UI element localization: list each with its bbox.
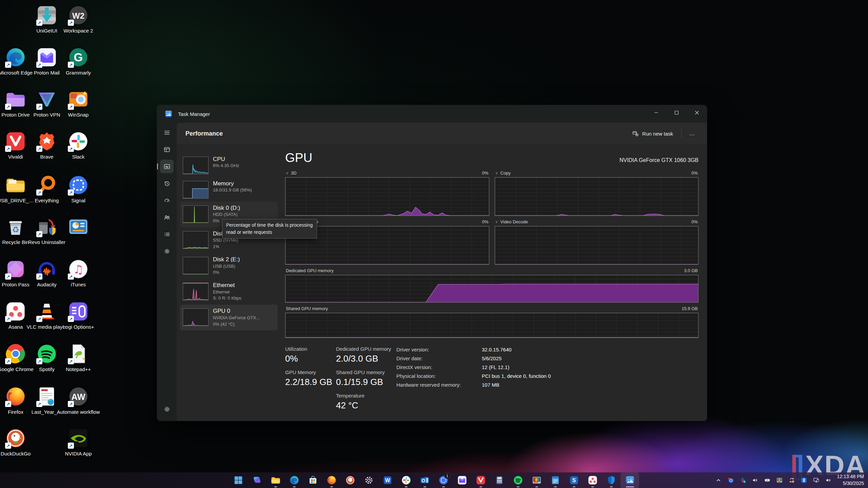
perf-item-disk2[interactable]: Disk 2 (E:)USB (USB)0% <box>180 253 278 279</box>
shortcut-arrow-icon: ↗ <box>68 62 74 68</box>
gpu-stat: GPU Memory2.2/18.9 GB <box>285 369 336 387</box>
taskbar-icon-vivaldi[interactable] <box>471 472 490 488</box>
taskbar-icon-irfanview[interactable] <box>527 472 546 488</box>
taskbar-icon-word[interactable]: W <box>378 472 397 488</box>
taskbar-icon-signal[interactable]: 1 <box>434 472 453 488</box>
gpu-info-label: Hardware reserved memory: <box>396 382 478 388</box>
perf-item-title: Disk 2 (E:) <box>213 256 240 263</box>
desktop-icon-label: Logi Options+ <box>53 324 104 330</box>
taskbar-icon-asana[interactable] <box>583 472 602 488</box>
taskbar-icon-duckduckgo[interactable] <box>341 472 359 488</box>
winsnap-icon: ↗ <box>67 88 89 110</box>
tray-icon-bluetooth[interactable] <box>798 472 810 488</box>
tray-icon-camo[interactable]: ∞ <box>761 472 773 488</box>
shared-memory-chart[interactable] <box>285 313 698 338</box>
desktop-icon-label: Slack <box>53 154 104 160</box>
taskbar-icon-snagit[interactable]: S <box>565 472 583 488</box>
tray-icon-irfanview-tray[interactable] <box>773 472 786 488</box>
more-options-button[interactable]: … <box>686 129 699 138</box>
perf-item-cpu[interactable]: CPU6% 4.35 GHz <box>180 153 278 177</box>
taskbar-icon-microsoft-store[interactable] <box>303 472 322 488</box>
desktop-icon-duckduckgo[interactable]: ↗DuckDuckGo <box>0 427 41 457</box>
gpu-chart-value: 0% <box>691 219 698 224</box>
gpu-chart-gpu-copy[interactable] <box>495 177 699 216</box>
rail-item-startup-apps[interactable] <box>160 194 174 207</box>
chevron-down-icon: ∨ <box>495 171 498 175</box>
maximize-button[interactable] <box>666 105 687 120</box>
gpu-chart-gpu-3d[interactable] <box>285 177 489 216</box>
taskbar-icon-start[interactable] <box>229 472 248 488</box>
perf-item-ethernet[interactable]: EthernetEthernetS: 0 R: 0 Kbps <box>180 279 278 305</box>
taskbar-icon-calculator[interactable] <box>490 472 509 488</box>
tray-icon-slack-tray[interactable] <box>737 472 749 488</box>
tray-icon-signal-tray[interactable] <box>725 472 737 488</box>
run-new-task-button[interactable]: Run new task <box>628 127 677 140</box>
taskbar-icon-slack[interactable] <box>397 472 415 488</box>
gpu-chart-video-decode[interactable] <box>495 226 699 265</box>
desktop-icon-slack[interactable]: ↗Slack <box>53 130 104 160</box>
gpu-chart-block-gpu-3d: ∨3D0% <box>285 167 489 216</box>
desktop-icon-workspace-2[interactable]: W2↗Workspace 2 <box>53 4 104 34</box>
desktop-icon-control-panel-item[interactable] <box>53 216 104 239</box>
desktop-icon-label: Signal <box>53 198 104 204</box>
taskbar-clock[interactable]: 12:13:48 PM5/30/2025 <box>837 473 866 487</box>
desktop-icon-winsnap[interactable]: ↗WinSnap <box>53 88 104 118</box>
clock-date: 5/30/2025 <box>837 480 864 487</box>
rail-item-menu[interactable] <box>160 126 174 139</box>
vivaldi-icon <box>476 475 486 485</box>
tray-icon-volume[interactable] <box>822 472 834 488</box>
taskbar-icon-task-manager[interactable] <box>620 472 639 488</box>
taskbar-icon-copilot[interactable] <box>248 472 266 488</box>
taskbar-icon-file-explorer[interactable] <box>266 472 285 488</box>
minimize-button[interactable] <box>646 105 666 120</box>
shortcut-arrow-icon: ↗ <box>68 146 74 152</box>
desktop-icon-nvidia-app[interactable]: ↗NVIDIA App <box>53 427 104 457</box>
tray-icon-tray-chevron[interactable] <box>712 472 725 488</box>
taskbar-icon-settings[interactable] <box>359 472 378 488</box>
desktop: ↗UniGetUIW2↗Workspace 2↗Microsoft Edge↗P… <box>0 0 868 488</box>
taskbar-icon-proton-mail[interactable] <box>453 472 471 488</box>
tray-icon-volume-mixer[interactable] <box>749 472 761 488</box>
rail-item-app-history[interactable] <box>160 177 174 190</box>
perf-item-gpu0[interactable]: GPU 0NVIDIA GeForce GTX...0% (42 °C) <box>180 305 278 330</box>
running-indicator <box>591 486 594 487</box>
shortcut-arrow-icon: ↗ <box>68 189 74 196</box>
perf-item-memory[interactable]: Memory18.0/31.9 GB (56%) <box>180 177 278 202</box>
settings-icon <box>364 475 374 485</box>
settings-gear-icon <box>163 406 171 413</box>
desktop-icon-automate-workflow[interactable]: AW↗Automate workflow <box>53 386 104 415</box>
desktop-icon-notepad-plus-plus[interactable]: ↗Notepad++ <box>53 343 104 373</box>
tray-icon-network[interactable] <box>810 472 822 488</box>
outlook-icon: O <box>420 475 430 485</box>
shortcut-arrow-icon: ↗ <box>36 231 42 237</box>
rail-item-processes[interactable] <box>160 143 174 156</box>
dedicated-memory-caption: Dedicated GPU memory 3.0 GB <box>286 268 698 273</box>
tray-icon-sync[interactable] <box>786 472 798 488</box>
desktop-icon-itunes[interactable]: ♫↗iTunes <box>53 258 104 288</box>
gpu-info-value: 12 (FL 12.1) <box>482 364 551 370</box>
desktop-icon-signal[interactable]: ↗Signal <box>53 174 104 204</box>
rail-item-users[interactable] <box>160 210 174 224</box>
desktop-icon-label: iTunes <box>53 282 104 288</box>
taskbar-icon-sticky-notes[interactable] <box>546 472 565 488</box>
gpu-chart-value: 0% <box>482 170 489 176</box>
desktop-icon-grammarly[interactable]: G↗Grammarly <box>53 46 104 76</box>
taskbar-icon-edge[interactable] <box>285 472 303 488</box>
taskbar-icon-windows-security[interactable] <box>602 472 620 488</box>
titlebar[interactable]: Task Manager <box>157 105 707 123</box>
rail-item-settings[interactable] <box>160 402 174 416</box>
desktop-icon-logi-options[interactable]: ↗Logi Options+ <box>53 301 104 330</box>
slack-icon <box>401 475 411 485</box>
copilot-icon <box>252 475 262 485</box>
gpu-driver-info: Driver version:32.0.15.7640Driver date:5… <box>396 346 551 416</box>
taskbar-icon-outlook[interactable]: O <box>415 472 434 488</box>
close-button[interactable] <box>687 105 707 120</box>
shortcut-arrow-icon: ↗ <box>5 146 11 152</box>
rail-item-services[interactable] <box>160 244 174 258</box>
perf-item-text: Memory18.0/31.9 GB (56%) <box>213 180 252 194</box>
rail-item-performance[interactable] <box>160 160 174 173</box>
dedicated-memory-chart[interactable] <box>285 275 698 303</box>
taskbar-icon-spotify[interactable] <box>509 472 527 488</box>
taskbar-icon-firefox[interactable] <box>322 472 341 488</box>
rail-item-details[interactable] <box>160 227 174 241</box>
